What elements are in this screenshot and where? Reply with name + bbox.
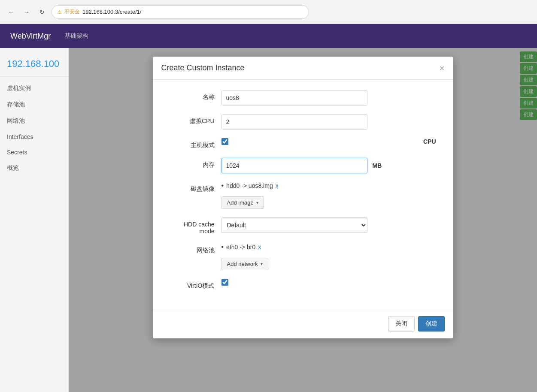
virtio-control-wrap <box>221 279 436 286</box>
memory-label: 内存 <box>170 158 221 169</box>
disk-control-wrap: • hdd0 -> uos8.img x Add image ▾ <box>221 182 436 209</box>
hdd-cache-select[interactable]: Default none writeback writethrough dire… <box>221 217 367 233</box>
cpu-unit-label: CPU <box>423 138 436 145</box>
add-image-button[interactable]: Add image ▾ <box>221 196 264 209</box>
disk-item-0: • hdd0 -> uos8.img x <box>221 182 279 190</box>
memory-control-wrap: MB <box>221 158 436 173</box>
add-network-button[interactable]: Add network ▾ <box>221 258 268 270</box>
name-label: 名称 <box>170 90 221 101</box>
sidebar-item-secrets[interactable]: Secrets <box>0 145 68 160</box>
main-content: 192.168.100 虚机实例 存储池 网络池 Interfaces Secr… <box>0 48 537 392</box>
sidebar-item-overview[interactable]: 概览 <box>0 160 68 176</box>
modal-footer: 关闭 创建 <box>153 309 453 338</box>
modal-title: Create Custom Instance <box>161 63 245 72</box>
url-display: 192.168.100.3/create/1/ <box>82 9 141 15</box>
browser-bar: ← → ↻ ⚠ 不安全 192.168.100.3/create/1/ <box>0 0 537 24</box>
memory-input[interactable] <box>221 158 367 173</box>
app-header: WebVirtMgr 基础架构 <box>0 24 537 48</box>
memory-field-group: 内存 MB <box>170 158 436 173</box>
vcpu-input[interactable] <box>221 114 367 130</box>
disk-item-list: • hdd0 -> uos8.img x <box>221 182 279 190</box>
disk-remove-button[interactable]: x <box>275 182 279 189</box>
host-mode-field-group: 主机模式 CPU <box>170 138 436 149</box>
sidebar-item-network[interactable]: 网络池 <box>0 113 68 129</box>
sidebar-host-title: 192.168.100 <box>0 58 68 76</box>
add-image-label: Add image <box>227 199 254 206</box>
virtio-checkbox[interactable] <box>221 279 228 286</box>
modal-header: Create Custom Instance × <box>153 57 453 80</box>
modal-body: 名称 虚拟CPU 主机模式 <box>153 80 453 309</box>
disk-field-group: 磁盘镜像 • hdd0 -> uos8.img x Add image <box>170 182 436 209</box>
reload-button[interactable]: ↻ <box>36 6 48 18</box>
network-control-wrap: • eth0 -> br0 x Add network ▾ <box>221 243 436 270</box>
virtio-field-group: VirtIO模式 <box>170 279 436 290</box>
virtio-label: VirtIO模式 <box>170 279 221 290</box>
network-field-group: 网络池 • eth0 -> br0 x Add network <box>170 243 436 270</box>
network-item-0: • eth0 -> br0 x <box>221 243 262 251</box>
network-remove-button[interactable]: x <box>257 244 262 250</box>
hdd-cache-control-wrap: Default none writeback writethrough dire… <box>221 217 436 233</box>
modal-close-button[interactable]: × <box>440 64 445 72</box>
network-item-text: eth0 -> br0 <box>226 244 255 250</box>
modal-create-button[interactable]: 创建 <box>418 316 445 332</box>
app-title: WebVirtMgr <box>10 32 51 41</box>
hdd-cache-field-group: HDD cache mode Default none writeback wr… <box>170 217 436 235</box>
hdd-cache-label: HDD cache mode <box>170 217 221 235</box>
add-network-label: Add network <box>227 261 258 267</box>
modal-cancel-button[interactable]: 关闭 <box>388 316 415 332</box>
add-network-caret-icon: ▾ <box>261 262 263 266</box>
host-mode-label: 主机模式 <box>170 138 221 149</box>
memory-unit-label: MB <box>373 162 382 169</box>
network-bullet-icon: • <box>221 243 224 251</box>
sidebar-item-storage[interactable]: 存储池 <box>0 96 68 113</box>
address-bar[interactable]: ⚠ 不安全 192.168.100.3/create/1/ <box>52 5 309 19</box>
network-item-list: • eth0 -> br0 x <box>221 243 262 251</box>
forward-button[interactable]: → <box>21 6 33 18</box>
host-mode-checkbox[interactable] <box>221 138 228 145</box>
sidebar-item-vm[interactable]: 虚机实例 <box>0 80 68 96</box>
back-button[interactable]: ← <box>5 6 17 18</box>
name-input[interactable] <box>221 90 367 106</box>
network-label: 网络池 <box>170 243 221 254</box>
security-warning-icon: ⚠ <box>57 9 62 15</box>
modal-backdrop: Create Custom Instance × 名称 虚拟CPU <box>69 48 537 392</box>
nav-item-infrastructure[interactable]: 基础架构 <box>64 32 88 40</box>
insecure-label: 不安全 <box>64 8 80 15</box>
add-image-caret-icon: ▾ <box>256 200 258 205</box>
vcpu-field-group: 虚拟CPU <box>170 114 436 130</box>
sidebar-item-interfaces[interactable]: Interfaces <box>0 129 68 145</box>
disk-bullet-icon: • <box>221 182 224 190</box>
vcpu-control-wrap <box>221 114 436 130</box>
disk-label: 磁盘镜像 <box>170 182 221 193</box>
vcpu-label: 虚拟CPU <box>170 114 221 125</box>
name-control-wrap <box>221 90 436 106</box>
create-instance-modal: Create Custom Instance × 名称 虚拟CPU <box>153 57 453 338</box>
host-mode-control-wrap: CPU <box>221 138 436 145</box>
sidebar: 192.168.100 虚机实例 存储池 网络池 Interfaces Secr… <box>0 48 69 392</box>
name-field-group: 名称 <box>170 90 436 106</box>
disk-item-text: hdd0 -> uos8.img <box>226 182 273 189</box>
content-area: 创建 创建 创建 创建 创建 创建 Create Custom Instance… <box>69 48 537 392</box>
